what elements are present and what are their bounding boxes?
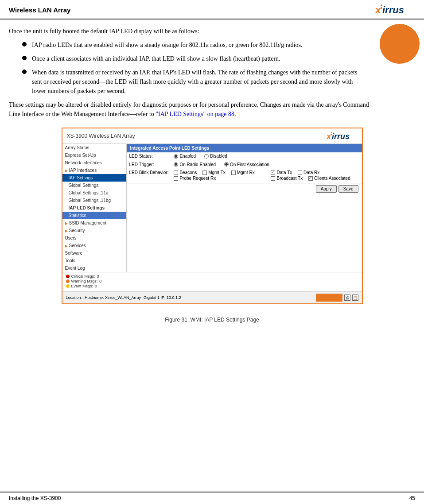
- print-icon[interactable]: 🖨: [344, 295, 350, 301]
- wmi-logo: x irrus: [327, 131, 358, 141]
- bullet-dot: [22, 42, 27, 47]
- radio-on-radio-circle: [174, 162, 178, 167]
- footer-left-text: Installing the XS-3900: [9, 495, 61, 501]
- sidebar-item-global-settings-11bg[interactable]: Global Settings .11bg: [62, 197, 126, 204]
- sidebar-item-network-interfaces[interactable]: Network Interfaces: [62, 159, 126, 167]
- led-status-row: LED Status: Enabled Disabled: [127, 152, 362, 161]
- sidebar-item-express-setup[interactable]: Express Set-Up: [62, 151, 126, 159]
- critical-dot: [66, 275, 70, 278]
- critical-label: Critical Msgs:: [71, 274, 95, 279]
- apply-button[interactable]: Apply: [316, 185, 337, 193]
- sidebar-item-tools[interactable]: Tools: [62, 257, 126, 264]
- svg-point-7: [331, 134, 332, 136]
- svg-text:x: x: [327, 132, 331, 141]
- event-value: 0: [95, 284, 97, 288]
- bullet-list: IAP radio LEDs that are enabled will sho…: [22, 40, 359, 96]
- radio-enabled-circle: [174, 154, 178, 159]
- radio-on-radio-enabled[interactable]: On Radio Enabled: [174, 162, 216, 167]
- checkbox-beacons-label: Beacons: [179, 170, 197, 175]
- footer-page-number: 45: [409, 495, 415, 501]
- checkbox-mgmt-rx-label: Mgmt Rx: [237, 170, 255, 175]
- checkbox-probe-request[interactable]: Probe Request Rx: [174, 176, 216, 181]
- list-item: IAP radio LEDs that are enabled will sho…: [22, 40, 359, 50]
- location-label: Location:: [66, 295, 82, 300]
- wmi-logo-svg: x irrus: [327, 131, 358, 141]
- led-trigger-label: LED Trigger:: [127, 161, 171, 169]
- sidebar-item-security[interactable]: ▶Security: [62, 227, 126, 234]
- checkbox-probe-label: Probe Request Rx: [179, 176, 216, 181]
- sidebar-item-iap-interfaces[interactable]: ▶IAP Interfaces: [62, 167, 126, 174]
- checkbox-clients-associated[interactable]: Clients Associated: [308, 176, 350, 181]
- svg-text:x: x: [375, 4, 381, 16]
- sidebar-item-ssid-management[interactable]: ▶SSID Management: [62, 219, 126, 227]
- checkbox-mgmt-tx-box: [202, 171, 207, 175]
- sidebar-item-statistics[interactable]: Statistics: [62, 212, 126, 219]
- checkbox-data-tx[interactable]: Data Tx: [271, 170, 292, 175]
- sidebar-item-global-settings-11a[interactable]: Global Settings .11a: [62, 189, 126, 197]
- radio-enabled[interactable]: Enabled: [174, 154, 196, 159]
- xirrus-logo: x irrus: [375, 4, 415, 16]
- settings-table: LED Status: Enabled Disabled: [127, 152, 362, 183]
- footer-icons: 🖨 📋: [344, 295, 358, 301]
- critical-value: 0: [97, 274, 99, 279]
- blink-left-col: Beacons Mgmt Tx: [174, 170, 262, 182]
- bullet-text: IAP radio LEDs that are enabled will sho…: [32, 40, 302, 50]
- wmi-body: Array Status Express Set-Up Network Inte…: [62, 144, 362, 272]
- checkbox-probe-box: [174, 176, 178, 181]
- checkbox-beacons[interactable]: Beacons: [174, 170, 197, 175]
- event-dot: [66, 284, 70, 288]
- checkbox-broadcast-tx[interactable]: Broadcast Tx: [271, 176, 303, 181]
- panel-title: Integrated Access Point LED Settings: [127, 144, 362, 152]
- led-blink-label: LED Blink Behavior:: [127, 169, 171, 183]
- page-content: Once the unit is fully booted the defaul…: [0, 19, 424, 332]
- sidebar-item-array-status[interactable]: Array Status: [62, 144, 126, 151]
- sidebar-item-users[interactable]: Users: [62, 234, 126, 242]
- save-button[interactable]: Save: [338, 185, 358, 193]
- wmi-status-bar: Critical Msgs: 0 Warning Msgs: 0 Event M…: [62, 272, 362, 291]
- hostname-label: Hostname: Xirrus_WLAN_Array: [85, 295, 141, 300]
- wmi-main-panel: Integrated Access Point LED Settings LED…: [127, 144, 362, 272]
- checkbox-data-rx-box: [298, 171, 302, 175]
- event-msgs-row: Event Msgs: 0: [66, 284, 358, 288]
- orange-circle-decoration: [380, 24, 420, 64]
- sidebar-item-iap-led-settings[interactable]: IAP LED Settings: [62, 204, 126, 212]
- radio-disabled[interactable]: Disabled: [204, 154, 227, 159]
- svg-point-2: [381, 4, 382, 6]
- sidebar-item-software[interactable]: Software: [62, 249, 126, 257]
- logo-svg: x irrus: [375, 4, 415, 16]
- sidebar-item-event-log[interactable]: Event Log: [62, 264, 126, 272]
- bullet-dot: [22, 70, 27, 74]
- radio-enabled-label: Enabled: [179, 154, 196, 159]
- radio-on-first-association[interactable]: On First Association: [224, 162, 269, 167]
- fax-icon[interactable]: 📋: [352, 295, 358, 301]
- radio-disabled-label: Disabled: [210, 154, 227, 159]
- wmi-sidebar: Array Status Express Set-Up Network Inte…: [62, 144, 127, 272]
- bullet-text: Once a client associates with an individ…: [32, 54, 280, 63]
- checkbox-data-rx-label: Data Rx: [303, 170, 319, 175]
- led-status-options: Enabled Disabled: [171, 152, 362, 161]
- ip-label: Gigabit 1 IP: 10.0.1.2: [144, 295, 181, 300]
- led-trigger-options: On Radio Enabled On First Association: [171, 161, 362, 169]
- checkbox-mgmt-rx[interactable]: Mgmt Rx: [231, 170, 255, 175]
- checkbox-mgmt-tx[interactable]: Mgmt Tx: [202, 170, 226, 175]
- svg-text:irrus: irrus: [332, 132, 350, 141]
- page-header: Wireless LAN Array x irrus: [0, 0, 424, 19]
- iap-led-settings-link[interactable]: "IAP LED Settings" on page 88: [156, 111, 234, 117]
- checkbox-mgmt-rx-box: [231, 171, 236, 175]
- page-footer: Installing the XS-3900 45: [0, 492, 424, 504]
- checkbox-data-tx-box: [271, 171, 275, 175]
- status-dots: Critical Msgs: 0 Warning Msgs: 0 Event M…: [66, 274, 358, 288]
- warning-value: 0: [99, 279, 101, 283]
- intro-paragraph: Once the unit is fully booted the defaul…: [9, 27, 372, 36]
- footer-right: 🖨 📋: [316, 294, 358, 302]
- checkbox-data-rx[interactable]: Data Rx: [298, 170, 319, 175]
- warning-msgs-row: Warning Msgs: 0: [66, 279, 358, 283]
- wmi-header: XS-3900 Wireless LAN Array x irrus: [62, 128, 362, 144]
- radio-disabled-circle: [204, 154, 209, 159]
- checkbox-clients-box: [308, 176, 313, 181]
- sidebar-item-global-settings[interactable]: Global Settings: [62, 182, 126, 189]
- sidebar-item-services[interactable]: ▶Services: [62, 242, 126, 249]
- wmi-figure: XS-3900 Wireless LAN Array x irrus Array…: [62, 128, 363, 304]
- warning-label: Warning Msgs:: [71, 279, 98, 283]
- sidebar-item-iap-settings[interactable]: IAP Settings: [62, 174, 126, 182]
